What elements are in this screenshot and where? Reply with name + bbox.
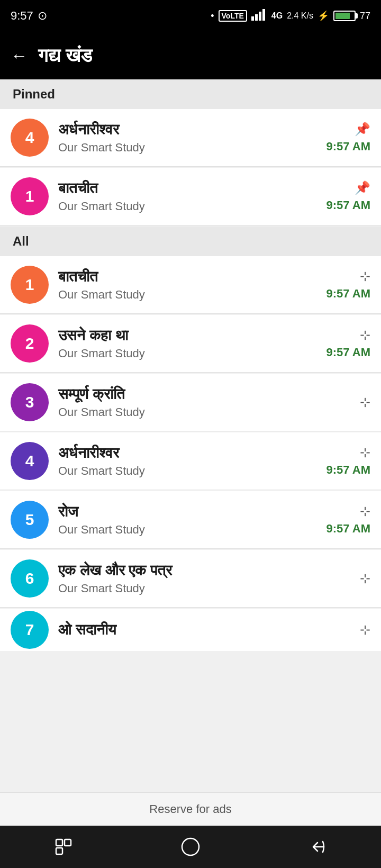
all-item-4-subtitle: Our Smart Study: [58, 464, 316, 478]
pinned-section-label: Pinned: [0, 79, 381, 109]
svg-rect-6: [65, 839, 71, 846]
avatar-all-2: 2: [11, 324, 49, 363]
all-item-3[interactable]: 3 सम्पूर्ण क्रांति Our Smart Study ⊹: [0, 374, 381, 431]
status-dot: •: [211, 11, 214, 22]
status-left: 9:57 ⊙: [11, 9, 47, 23]
network-icon: [251, 9, 267, 23]
all-item-1-time: 9:57 AM: [326, 287, 370, 301]
pinned-item-1-subtitle: Our Smart Study: [58, 141, 316, 155]
avatar-partial: 7: [11, 611, 49, 649]
battery-fill: [335, 13, 350, 19]
all-item-6[interactable]: 6 एक लेख और एक पत्र Our Smart Study ⊹: [0, 550, 381, 608]
volte-badge: VoLTE: [219, 10, 247, 22]
pinned-item-2-time: 9:57 AM: [326, 198, 370, 212]
pin-outline-icon-2[interactable]: ⊹: [360, 328, 370, 342]
speed-indicator: 2.4 K/s: [287, 11, 313, 21]
avatar-all-4: 4: [11, 442, 49, 480]
status-bar: 9:57 ⊙ • VoLTE 4G 2.4 K/s ⚡ 77: [0, 0, 381, 32]
svg-point-7: [182, 838, 199, 855]
pin-icon-filled: 📌: [355, 122, 370, 137]
recent-apps-button[interactable]: [52, 835, 75, 858]
all-item-3-right: ⊹: [360, 395, 370, 410]
all-item-3-title: सम्पूर्ण क्रांति: [58, 386, 350, 403]
svg-rect-4: [56, 839, 62, 846]
all-item-6-right: ⊹: [360, 571, 370, 586]
all-item-2-right: ⊹ 9:57 AM: [326, 328, 370, 359]
pin-outline-icon-6[interactable]: ⊹: [360, 571, 370, 586]
pinned-item-1-right: 📌 9:57 AM: [326, 122, 370, 153]
lightning-icon: ⚡: [318, 10, 329, 22]
all-item-5-subtitle: Our Smart Study: [58, 523, 316, 537]
svg-rect-2: [259, 12, 261, 21]
all-item-6-content: एक लेख और एक पत्र Our Smart Study: [58, 562, 350, 595]
avatar-pinned-2: 1: [11, 177, 49, 215]
pinned-item-1[interactable]: 4 अर्धनारीश्वर Our Smart Study 📌 9:57 AM: [0, 109, 381, 167]
partial-item-content: ओ सदानीय: [58, 621, 350, 639]
pinned-item-2-title: बातचीत: [58, 180, 316, 197]
all-item-5-content: रोज Our Smart Study: [58, 503, 316, 537]
all-item-6-subtitle: Our Smart Study: [58, 582, 350, 595]
all-item-5[interactable]: 5 रोज Our Smart Study ⊹ 9:57 AM: [0, 491, 381, 549]
pin-outline-icon-partial[interactable]: ⊹: [360, 622, 370, 637]
all-item-1-title: बातचीत: [58, 268, 316, 286]
avatar-pinned-1: 4: [11, 119, 49, 157]
pin-outline-icon-5[interactable]: ⊹: [360, 504, 370, 519]
avatar-all-1: 1: [11, 266, 49, 304]
pinned-item-1-title: अर्धनारीश्वर: [58, 121, 316, 139]
pinned-item-1-time: 9:57 AM: [326, 140, 370, 153]
avatar-all-3: 3: [11, 383, 49, 421]
avatar-all-5: 5: [11, 501, 49, 539]
status-time: 9:57: [11, 9, 33, 23]
all-item-4[interactable]: 4 अर्धनारीश्वर Our Smart Study ⊹ 9:57 AM: [0, 432, 381, 490]
battery-icon: [333, 11, 356, 21]
partial-item[interactable]: 7 ओ सदानीय ⊹: [0, 609, 381, 651]
all-section-label: All: [0, 227, 381, 256]
all-item-2-content: उसने कहा था Our Smart Study: [58, 327, 316, 360]
all-item-4-title: अर्धनारीश्वर: [58, 445, 316, 462]
pin-outline-icon-3[interactable]: ⊹: [360, 395, 370, 410]
all-item-2-title: उसने कहा था: [58, 327, 316, 345]
pinned-item-2[interactable]: 1 बातचीत Our Smart Study 📌 9:57 AM: [0, 168, 381, 225]
all-item-3-content: सम्पूर्ण क्रांति Our Smart Study: [58, 386, 350, 419]
header: ← गद्य खंड: [0, 32, 381, 79]
pinned-item-1-content: अर्धनारीश्वर Our Smart Study: [58, 121, 316, 155]
ad-banner: Reserve for ads: [0, 792, 381, 826]
page-title: गद्य खंड: [38, 44, 92, 67]
avatar-all-6: 6: [11, 559, 49, 598]
all-item-1[interactable]: 1 बातचीत Our Smart Study ⊹ 9:57 AM: [0, 256, 381, 314]
svg-rect-0: [251, 16, 254, 21]
pinned-item-2-subtitle: Our Smart Study: [58, 200, 316, 213]
all-item-2-subtitle: Our Smart Study: [58, 347, 316, 360]
all-item-1-right: ⊹ 9:57 AM: [326, 269, 370, 301]
nav-bar: [0, 826, 381, 868]
all-item-4-time: 9:57 AM: [326, 463, 370, 477]
pinned-item-2-right: 📌 9:57 AM: [326, 180, 370, 212]
all-item-4-content: अर्धनारीश्वर Our Smart Study: [58, 445, 316, 478]
svg-rect-5: [56, 848, 62, 854]
status-signal-icon: ⊙: [38, 9, 47, 23]
all-item-1-subtitle: Our Smart Study: [58, 288, 316, 302]
status-right: • VoLTE 4G 2.4 K/s ⚡ 77: [211, 9, 370, 23]
all-item-5-time: 9:57 AM: [326, 522, 370, 536]
all-item-1-content: बातचीत Our Smart Study: [58, 268, 316, 302]
all-item-2-time: 9:57 AM: [326, 346, 370, 359]
all-item-3-subtitle: Our Smart Study: [58, 405, 350, 419]
all-item-6-title: एक लेख और एक पत्र: [58, 562, 350, 580]
all-item-5-title: रोज: [58, 503, 316, 521]
svg-rect-3: [262, 9, 265, 21]
pinned-item-2-content: बातचीत Our Smart Study: [58, 180, 316, 213]
svg-rect-1: [255, 14, 258, 21]
pin-outline-icon-1[interactable]: ⊹: [360, 269, 370, 284]
all-item-5-right: ⊹ 9:57 AM: [326, 504, 370, 536]
battery-percentage: 77: [360, 11, 370, 22]
all-item-4-right: ⊹ 9:57 AM: [326, 445, 370, 477]
home-button[interactable]: [179, 835, 202, 858]
back-button-nav[interactable]: [306, 835, 329, 858]
partial-item-title: ओ सदानीय: [58, 621, 350, 639]
network-type: 4G: [271, 11, 283, 21]
all-item-2[interactable]: 2 उसने कहा था Our Smart Study ⊹ 9:57 AM: [0, 315, 381, 373]
pin-icon-filled-2: 📌: [355, 180, 370, 195]
pin-outline-icon-4[interactable]: ⊹: [360, 445, 370, 460]
back-button[interactable]: ←: [11, 46, 28, 66]
